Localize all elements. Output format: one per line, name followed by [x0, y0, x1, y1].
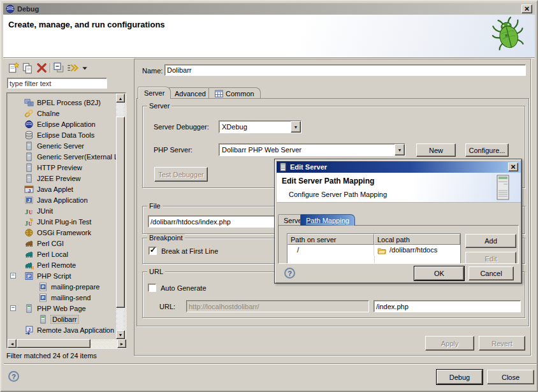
break-first-line-checkbox[interactable]	[149, 247, 157, 255]
debug-button[interactable]: Debug	[437, 370, 483, 384]
svg-text:J: J	[28, 187, 31, 193]
svg-text:U: U	[29, 221, 33, 226]
database-icon	[24, 131, 34, 140]
duplicate-launch-config-button[interactable]	[22, 62, 34, 74]
filter-launch-configs-button[interactable]	[67, 62, 79, 74]
auto-generate-checkbox[interactable]	[148, 284, 156, 292]
tree-item-bpel-process[interactable]: BPEL Process (B2J)	[8, 97, 117, 108]
new-launch-config-button[interactable]	[8, 62, 20, 74]
column-header-path-on-server[interactable]: Path on server	[287, 234, 374, 245]
window-titlebar[interactable]: Debug ×	[3, 3, 535, 15]
tree-item-php-web-page[interactable]: PHP Web Page	[8, 303, 117, 314]
help-button[interactable]: ?	[8, 371, 19, 382]
close-button[interactable]: Close	[487, 370, 534, 384]
toolbar-menu-dropdown[interactable]	[81, 62, 89, 74]
configure-server-button[interactable]: Configure...	[465, 143, 509, 157]
tree-item-junit[interactable]: JUJUnit	[8, 205, 117, 216]
tree-horizontal-scrollbar[interactable]: ◄ ►	[8, 339, 126, 348]
remote-java-icon: J	[24, 326, 34, 335]
server-icon	[24, 174, 34, 183]
scroll-left-arrow-icon[interactable]: ◄	[8, 339, 17, 348]
table-empty-area	[374, 256, 375, 264]
tree-item-j2ee-preview[interactable]: J2EE Preview	[8, 173, 117, 184]
edit-mapping-button: Edit	[465, 252, 516, 264]
vertical-scroll-thumb[interactable]	[116, 117, 125, 308]
filter-input[interactable]	[8, 78, 106, 88]
filter-input-wrap	[7, 78, 107, 89]
java-applet-icon: J	[24, 185, 34, 194]
scroll-up-arrow-icon[interactable]: ▲	[116, 94, 125, 103]
svg-text:J: J	[28, 327, 31, 331]
collapse-all-button[interactable]	[53, 62, 65, 74]
collapse-expander-icon[interactable]	[10, 305, 16, 311]
tree-items: BPEL Process (B2J) Chaîne Eclipse Applic…	[8, 97, 117, 339]
debug-configurations-window: Debug × Create, manage, and run configur…	[0, 0, 538, 392]
tree-item-java-application[interactable]: JJava Application	[8, 194, 117, 205]
php-server-label: PHP Server:	[154, 146, 193, 154]
tree-item-eclipse-data-tools[interactable]: Eclipse Data Tools	[8, 129, 117, 140]
svg-text:U: U	[29, 208, 33, 215]
url-path-wrap	[374, 300, 521, 312]
cancel-button[interactable]: Cancel	[469, 266, 514, 280]
tree-vertical-scrollbar[interactable]: ▲ ▼	[116, 94, 125, 339]
tree-item-osgi-framework[interactable]: OSGi Framework	[8, 227, 117, 238]
dialog-help-button[interactable]: ?	[284, 268, 295, 279]
junit-icon: JU	[24, 207, 34, 215]
tree-item-junit-plugin-test[interactable]: JUJUnit Plug-in Test	[8, 216, 117, 227]
tree-item-dolibarr[interactable]: Dolibarr	[8, 314, 117, 324]
php-file-icon: P	[38, 293, 48, 302]
junit-plugin-icon: JU	[24, 217, 34, 226]
php-web-page-icon	[38, 315, 48, 324]
php-server-value: Dolibarr PHP Web Server	[219, 144, 395, 156]
tree-item-chaine[interactable]: Chaîne	[8, 108, 117, 119]
table-row[interactable]: / /dolibarr/htdocs	[287, 245, 460, 256]
dialog-close-button[interactable]: ×	[508, 163, 518, 171]
window-title: Debug	[17, 5, 39, 13]
bpel-process-icon	[24, 98, 34, 107]
dialog-titlebar[interactable]: Edit Server ×	[277, 161, 521, 173]
server-debugger-combo[interactable]: XDebug	[219, 120, 302, 133]
tree-item-http-preview[interactable]: HTTP Preview	[8, 162, 117, 173]
tree-item-remote-java-application[interactable]: JRemote Java Application	[8, 324, 117, 335]
php-web-page-icon	[24, 304, 34, 313]
tree-item-java-applet[interactable]: JJava Applet	[8, 184, 117, 194]
window-close-button[interactable]: ×	[521, 4, 532, 13]
tree-item-perl-cgi[interactable]: Perl CGI	[8, 238, 117, 249]
server-debugger-label: Server Debugger:	[154, 123, 209, 131]
svg-text:R: R	[31, 265, 34, 270]
column-header-local-path[interactable]: Local path	[374, 234, 460, 245]
file-group-legend: File	[147, 202, 163, 210]
perl-local-icon	[24, 250, 34, 259]
dialog-tab-path-mapping[interactable]: Path Mapping	[300, 214, 355, 226]
combo-dropdown-icon[interactable]	[395, 144, 405, 156]
tree-item-generic-server[interactable]: Generic Server	[8, 140, 117, 151]
toolbar-separator	[50, 63, 51, 73]
combo-dropdown-icon[interactable]	[291, 121, 301, 133]
php-server-combo[interactable]: Dolibarr PHP Web Server	[219, 143, 405, 156]
delete-launch-config-button[interactable]	[36, 62, 48, 74]
new-server-button[interactable]: New	[416, 143, 456, 157]
tree-item-eclipse-application[interactable]: Eclipse Application	[8, 119, 117, 129]
tree-item-perl-remote[interactable]: RPerl Remote	[8, 259, 117, 270]
collapse-expander-icon[interactable]	[10, 273, 16, 279]
scroll-down-arrow-icon[interactable]: ▼	[116, 330, 125, 339]
tree-item-php-script[interactable]: PPHP Script	[8, 270, 117, 281]
tree-item-generic-server-external[interactable]: Generic Server(External La	[8, 151, 117, 162]
name-input[interactable]	[165, 65, 525, 75]
tree-item-mailing-prepare[interactable]: Pmailing-prepare	[8, 281, 117, 292]
server-debugger-value: XDebug	[219, 121, 291, 133]
bug-icon	[490, 15, 526, 53]
ok-button[interactable]: OK	[414, 266, 464, 280]
add-mapping-button[interactable]: Add	[465, 234, 516, 248]
revert-button: Revert	[479, 336, 525, 351]
banner-separator	[3, 57, 535, 58]
svg-text:J: J	[25, 219, 28, 226]
tree-item-perl-local[interactable]: Perl Local	[8, 249, 117, 259]
horizontal-scroll-thumb[interactable]	[17, 339, 91, 348]
tree-item-mailing-send[interactable]: Pmailing-send	[8, 292, 117, 303]
name-label: Name:	[142, 67, 163, 75]
url-path-input[interactable]	[374, 301, 520, 312]
tab-server[interactable]: Server	[138, 87, 171, 99]
dialog-title: Edit Server	[290, 163, 327, 171]
scroll-right-arrow-icon[interactable]: ►	[117, 339, 126, 348]
